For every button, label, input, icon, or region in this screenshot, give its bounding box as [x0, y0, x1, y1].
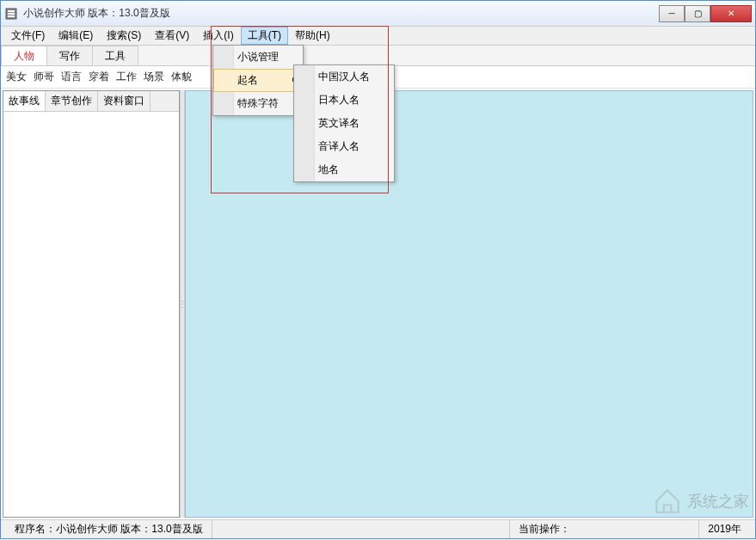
- link-beauty[interactable]: 美女: [6, 70, 27, 84]
- tab-tools[interactable]: 工具: [92, 46, 138, 65]
- dropdown-special-chars[interactable]: 特殊字符: [213, 92, 303, 115]
- menubar: 文件(F) 编辑(E) 搜索(S) 查看(V) 插入(I) 工具(T) 帮助(H…: [1, 27, 755, 46]
- submenu-translit-name[interactable]: 音译人名: [294, 135, 394, 158]
- tab-character[interactable]: 人物: [1, 46, 47, 65]
- tools-dropdown: 小说管理 起名 特殊字符: [212, 45, 304, 116]
- tab-writing[interactable]: 写作: [46, 46, 93, 65]
- submenu-japanese-name[interactable]: 日本人名: [294, 89, 394, 112]
- statusbar: 程序名： 小说创作大师 版本：13.0普及版 当前操作： 2019年: [1, 519, 755, 538]
- menu-file[interactable]: 文件(F): [4, 27, 52, 45]
- menu-edit[interactable]: 编辑(E): [52, 27, 100, 45]
- toolbar-tabs: 人物 写作 工具: [1, 46, 755, 66]
- submenu-chinese-name[interactable]: 中国汉人名: [294, 65, 394, 89]
- left-tab-data[interactable]: 资料窗口: [98, 91, 151, 111]
- menu-tools[interactable]: 工具(T): [241, 27, 288, 45]
- app-icon: [4, 7, 18, 21]
- svg-rect-2: [8, 13, 15, 15]
- naming-submenu: 中国汉人名 日本人名 英文译名 音译人名 地名: [293, 64, 395, 182]
- menu-search[interactable]: 搜索(S): [100, 27, 148, 45]
- svg-rect-3: [8, 15, 15, 17]
- link-handsome[interactable]: 师哥: [34, 70, 54, 84]
- link-clothes[interactable]: 穿着: [89, 70, 109, 84]
- status-year: 2019年: [699, 520, 750, 538]
- menu-help[interactable]: 帮助(H): [288, 27, 337, 45]
- minimize-button[interactable]: ─: [659, 5, 685, 22]
- maximize-button[interactable]: ▢: [685, 5, 710, 22]
- dropdown-naming[interactable]: 起名: [213, 69, 303, 92]
- content-area: [185, 90, 753, 518]
- left-panel-body: [3, 112, 179, 517]
- svg-rect-1: [8, 10, 15, 12]
- left-tab-chapter[interactable]: 章节创作: [46, 91, 98, 111]
- window-title: 小说创作大师 版本：13.0普及版: [23, 6, 659, 21]
- status-op-label: 当前操作：: [519, 522, 570, 537]
- menu-view[interactable]: 查看(V): [148, 27, 196, 45]
- titlebar: 小说创作大师 版本：13.0普及版 ─ ▢ ✕: [1, 1, 755, 27]
- submenu-english-name[interactable]: 英文译名: [294, 112, 394, 135]
- status-program-label: 程序名：: [15, 522, 56, 537]
- left-panel: 故事线 章节创作 资料窗口: [3, 90, 180, 518]
- dropdown-novel-manage[interactable]: 小说管理: [213, 46, 303, 69]
- link-language[interactable]: 语言: [61, 70, 82, 84]
- link-scene[interactable]: 场景: [144, 70, 164, 84]
- close-button[interactable]: ✕: [710, 5, 752, 22]
- link-body[interactable]: 体貌: [171, 70, 192, 84]
- menu-insert[interactable]: 插入(I): [196, 27, 240, 45]
- submenu-place-name[interactable]: 地名: [294, 158, 394, 181]
- link-work[interactable]: 工作: [116, 70, 137, 84]
- status-program-value: 小说创作大师 版本：13.0普及版: [56, 522, 203, 537]
- left-tab-storyline[interactable]: 故事线: [3, 91, 46, 111]
